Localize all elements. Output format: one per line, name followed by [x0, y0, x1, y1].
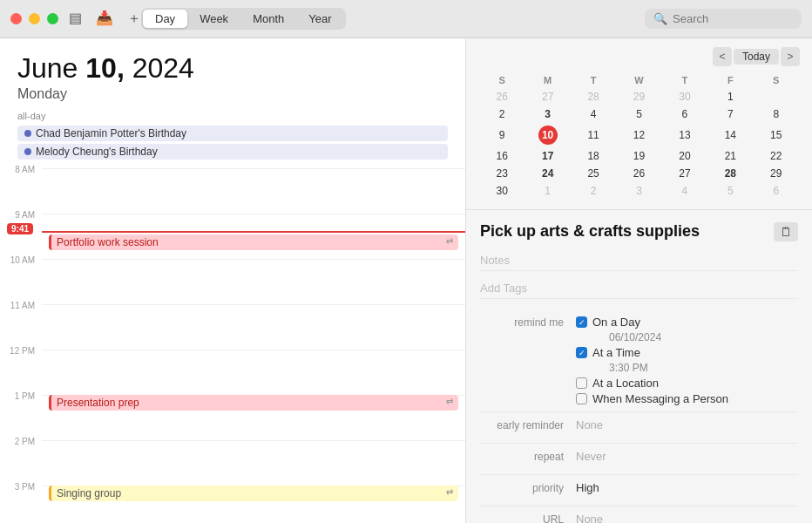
remind-sub-indent: 06/10/2024: [592, 331, 798, 343]
all-day-event-label-2: Melody Cheung's Birthday: [36, 146, 158, 158]
prev-month-button[interactable]: <: [713, 47, 732, 66]
remind-when-messaging[interactable]: When Messaging a Person: [576, 392, 798, 405]
task-title: Pick up arts & crafts supplies: [480, 222, 700, 241]
cal-day[interactable]: 4: [572, 106, 615, 122]
cal-day[interactable]: 8: [754, 106, 798, 122]
cal-day[interactable]: 12: [617, 124, 660, 146]
all-day-event-1[interactable]: Chad Benjamin Potter's Birthday: [17, 126, 448, 141]
mini-cal-header: < Today >: [478, 47, 800, 66]
cal-day[interactable]: 22: [754, 148, 798, 164]
cal-day[interactable]: 3: [525, 106, 569, 122]
event-presentation[interactable]: Presentation prep ⇄: [49, 395, 458, 411]
view-month-button[interactable]: Month: [240, 10, 296, 28]
field-value-url[interactable]: None: [576, 513, 798, 523]
cal-day[interactable]: 4: [663, 183, 707, 199]
cal-header-thu: T: [663, 73, 707, 87]
at-a-time-indent: 3:30 PM: [592, 362, 798, 374]
sidebar-toggle-icon[interactable]: ▤: [69, 10, 82, 28]
search-input[interactable]: [673, 12, 777, 25]
cal-day[interactable]: 14: [708, 124, 752, 146]
cal-day[interactable]: 5: [708, 183, 752, 199]
date-header: June 10, 2024 Monday: [0, 38, 465, 107]
time-row-10am: 10 AM: [0, 254, 465, 299]
time-line-8am: [42, 168, 465, 169]
cal-day[interactable]: 20: [663, 148, 707, 164]
cal-day[interactable]: 3: [617, 183, 660, 199]
cal-day[interactable]: 2: [572, 183, 615, 199]
time-label-2pm: 2 PM: [0, 435, 42, 446]
cal-day[interactable]: 25: [572, 166, 615, 181]
field-value-repeat[interactable]: Never: [576, 450, 798, 463]
today-button[interactable]: Today: [734, 49, 779, 65]
add-icon[interactable]: ＋: [127, 10, 141, 28]
cal-day[interactable]: 19: [617, 148, 660, 164]
cal-day[interactable]: 16: [480, 148, 524, 164]
cal-day[interactable]: 26: [617, 166, 660, 181]
cal-day[interactable]: 13: [663, 124, 707, 146]
repeat-icon-presentation: ⇄: [446, 397, 453, 406]
time-label-11am: 11 AM: [0, 299, 42, 310]
cal-day[interactable]: 17: [525, 148, 569, 164]
all-day-event-label-1: Chad Benjamin Potter's Birthday: [36, 127, 186, 139]
cal-day[interactable]: 28: [572, 89, 615, 105]
event-singing[interactable]: Singing group ⇄: [49, 486, 458, 501]
repeat-icon-portfolio: ⇄: [446, 236, 453, 246]
cal-day[interactable]: 1: [525, 183, 569, 199]
checkbox-on-a-day[interactable]: ✓: [576, 316, 587, 328]
inbox-icon[interactable]: 📥: [96, 10, 113, 28]
task-note-icon[interactable]: 🗒: [774, 222, 798, 241]
cal-week-5: 23 24 25 26 27 28 29: [480, 166, 798, 181]
minimize-button[interactable]: [29, 13, 40, 24]
cal-day[interactable]: 18: [572, 148, 615, 164]
cal-day[interactable]: 26: [480, 89, 524, 105]
cal-day[interactable]: 27: [663, 166, 707, 181]
cal-day[interactable]: 11: [572, 124, 615, 146]
cal-day[interactable]: 6: [663, 106, 707, 122]
remind-at-location[interactable]: At a Location: [576, 377, 798, 390]
cal-day[interactable]: 2: [480, 106, 524, 122]
repeat-icon-singing: ⇄: [446, 487, 453, 497]
remind-on-a-day[interactable]: ✓ On a Day: [576, 316, 798, 329]
cal-day[interactable]: 5: [617, 106, 660, 122]
next-month-button[interactable]: >: [781, 47, 800, 66]
cal-day[interactable]: 30: [480, 183, 524, 199]
all-day-event-2[interactable]: Melody Cheung's Birthday: [17, 144, 448, 160]
checkbox-at-location[interactable]: [576, 377, 587, 389]
view-year-button[interactable]: Year: [296, 10, 343, 28]
cal-day[interactable]: 23: [480, 166, 524, 181]
time-line-2pm: [42, 440, 465, 441]
search-bar[interactable]: 🔍: [645, 9, 802, 29]
maximize-button[interactable]: [47, 13, 58, 24]
cal-day[interactable]: 29: [617, 89, 660, 105]
checkbox-at-a-time[interactable]: ✓: [576, 347, 587, 358]
view-day-button[interactable]: Day: [143, 10, 187, 28]
when-messaging-label: When Messaging a Person: [592, 392, 728, 405]
cal-day[interactable]: 27: [525, 89, 569, 105]
cal-day[interactable]: 21: [708, 148, 752, 164]
main-content: June 10, 2024 Monday all-day Chad Benjam…: [0, 38, 812, 523]
cal-day[interactable]: 30: [663, 89, 707, 105]
cal-day[interactable]: 15: [754, 124, 798, 146]
close-button[interactable]: [10, 13, 22, 24]
remind-options: ✓ On a Day 06/10/2024 ✓ At a Time: [576, 316, 798, 405]
mini-cal-grid: S M T W T F S 26 27 28 29 30: [478, 71, 800, 200]
cal-day[interactable]: 9: [480, 124, 524, 146]
cal-day-today[interactable]: 10: [525, 124, 569, 146]
cal-day[interactable]: [754, 89, 798, 105]
field-value-early-reminder[interactable]: None: [576, 418, 798, 431]
event-portfolio[interactable]: Portfolio work session ⇄: [49, 234, 458, 250]
remind-at-a-time[interactable]: ✓ At a Time: [576, 346, 798, 359]
checkbox-when-messaging[interactable]: [576, 393, 587, 404]
field-value-priority[interactable]: High: [576, 481, 798, 494]
cal-day[interactable]: 24: [525, 166, 569, 181]
cal-day[interactable]: 7: [708, 106, 752, 122]
current-time-badge: 9:41: [7, 223, 33, 234]
task-tags-field[interactable]: Add Tags: [480, 278, 798, 299]
cal-week-6: 30 1 2 3 4 5 6: [480, 183, 798, 199]
task-notes-field[interactable]: Notes: [480, 250, 798, 271]
view-week-button[interactable]: Week: [187, 10, 240, 28]
cal-day[interactable]: 1: [708, 89, 752, 105]
cal-day[interactable]: 6: [754, 183, 798, 199]
cal-day[interactable]: 28: [708, 166, 752, 181]
cal-day[interactable]: 29: [754, 166, 798, 181]
